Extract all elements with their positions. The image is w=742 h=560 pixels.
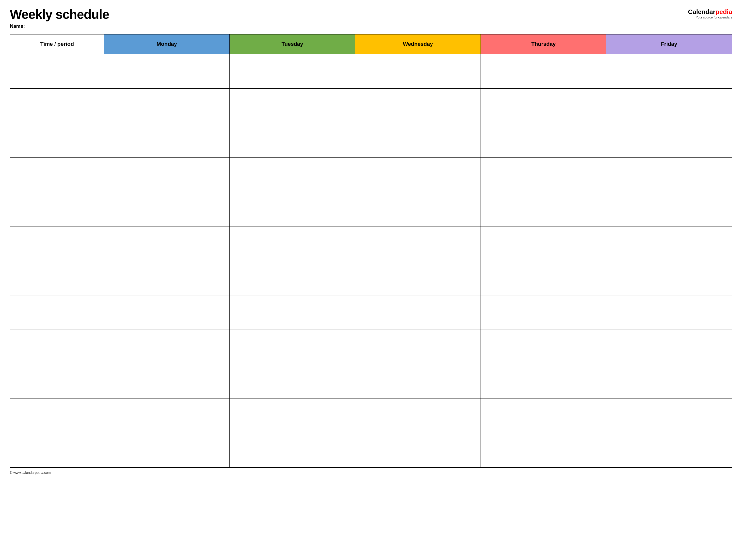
day-cell[interactable] — [104, 157, 229, 192]
schedule-table: Time / period Monday Tuesday Wednesday T… — [10, 34, 732, 468]
col-header-thursday: Thursday — [481, 34, 606, 54]
day-cell[interactable] — [606, 123, 732, 157]
table-row — [10, 192, 732, 226]
day-cell[interactable] — [481, 89, 606, 123]
day-cell[interactable] — [104, 398, 229, 433]
time-cell[interactable] — [10, 226, 104, 261]
day-cell[interactable] — [104, 226, 229, 261]
day-cell[interactable] — [229, 261, 355, 295]
day-cell[interactable] — [229, 54, 355, 89]
day-cell[interactable] — [355, 157, 481, 192]
day-cell[interactable] — [355, 398, 481, 433]
col-header-time: Time / period — [10, 34, 104, 54]
table-row — [10, 330, 732, 364]
table-row — [10, 123, 732, 157]
table-row — [10, 433, 732, 467]
day-cell[interactable] — [104, 433, 229, 467]
day-cell[interactable] — [104, 330, 229, 364]
day-cell[interactable] — [481, 261, 606, 295]
day-cell[interactable] — [104, 89, 229, 123]
day-cell[interactable] — [229, 433, 355, 467]
table-row — [10, 157, 732, 192]
logo-pedia: pedia — [716, 8, 732, 15]
day-cell[interactable] — [104, 364, 229, 398]
day-cell[interactable] — [229, 157, 355, 192]
day-cell[interactable] — [355, 261, 481, 295]
table-row — [10, 295, 732, 330]
day-cell[interactable] — [606, 54, 732, 89]
day-cell[interactable] — [355, 192, 481, 226]
day-cell[interactable] — [355, 123, 481, 157]
day-cell[interactable] — [481, 157, 606, 192]
day-cell[interactable] — [229, 364, 355, 398]
col-header-monday: Monday — [104, 34, 229, 54]
day-cell[interactable] — [104, 123, 229, 157]
day-cell[interactable] — [481, 330, 606, 364]
day-cell[interactable] — [104, 192, 229, 226]
day-cell[interactable] — [606, 226, 732, 261]
day-cell[interactable] — [481, 54, 606, 89]
time-cell[interactable] — [10, 433, 104, 467]
title-section: Weekly schedule Name: — [10, 7, 109, 29]
time-cell[interactable] — [10, 123, 104, 157]
header-row: Time / period Monday Tuesday Wednesday T… — [10, 34, 732, 54]
day-cell[interactable] — [481, 226, 606, 261]
day-cell[interactable] — [355, 330, 481, 364]
page-title: Weekly schedule — [10, 7, 109, 21]
day-cell[interactable] — [229, 89, 355, 123]
day-cell[interactable] — [481, 398, 606, 433]
day-cell[interactable] — [229, 295, 355, 330]
col-header-tuesday: Tuesday — [229, 34, 355, 54]
time-cell[interactable] — [10, 295, 104, 330]
day-cell[interactable] — [104, 261, 229, 295]
day-cell[interactable] — [355, 364, 481, 398]
table-row — [10, 54, 732, 89]
table-row — [10, 226, 732, 261]
logo-tagline: Your source for calendars — [696, 15, 732, 19]
day-cell[interactable] — [355, 226, 481, 261]
day-cell[interactable] — [606, 330, 732, 364]
time-cell[interactable] — [10, 398, 104, 433]
day-cell[interactable] — [355, 89, 481, 123]
day-cell[interactable] — [606, 364, 732, 398]
footer: © www.calendarpedia.com — [10, 471, 732, 474]
day-cell[interactable] — [355, 54, 481, 89]
day-cell[interactable] — [355, 433, 481, 467]
time-cell[interactable] — [10, 192, 104, 226]
day-cell[interactable] — [104, 54, 229, 89]
day-cell[interactable] — [104, 295, 229, 330]
time-cell[interactable] — [10, 330, 104, 364]
day-cell[interactable] — [229, 192, 355, 226]
page-header: Weekly schedule Name: Calendarpedia Your… — [10, 7, 732, 29]
schedule-body — [10, 54, 732, 467]
day-cell[interactable] — [606, 192, 732, 226]
col-header-wednesday: Wednesday — [355, 34, 481, 54]
table-row — [10, 364, 732, 398]
time-cell[interactable] — [10, 364, 104, 398]
logo-calendar: Calendar — [688, 8, 716, 15]
day-cell[interactable] — [481, 192, 606, 226]
day-cell[interactable] — [229, 330, 355, 364]
day-cell[interactable] — [229, 226, 355, 261]
day-cell[interactable] — [606, 398, 732, 433]
time-cell[interactable] — [10, 157, 104, 192]
logo-text: Calendarpedia — [688, 9, 732, 15]
table-row — [10, 89, 732, 123]
day-cell[interactable] — [606, 89, 732, 123]
col-header-friday: Friday — [606, 34, 732, 54]
day-cell[interactable] — [606, 157, 732, 192]
logo-section: Calendarpedia Your source for calendars — [688, 7, 732, 19]
day-cell[interactable] — [229, 123, 355, 157]
day-cell[interactable] — [481, 123, 606, 157]
day-cell[interactable] — [606, 261, 732, 295]
day-cell[interactable] — [481, 364, 606, 398]
time-cell[interactable] — [10, 89, 104, 123]
day-cell[interactable] — [606, 433, 732, 467]
day-cell[interactable] — [355, 295, 481, 330]
day-cell[interactable] — [481, 433, 606, 467]
day-cell[interactable] — [481, 295, 606, 330]
time-cell[interactable] — [10, 261, 104, 295]
day-cell[interactable] — [606, 295, 732, 330]
time-cell[interactable] — [10, 54, 104, 89]
day-cell[interactable] — [229, 398, 355, 433]
